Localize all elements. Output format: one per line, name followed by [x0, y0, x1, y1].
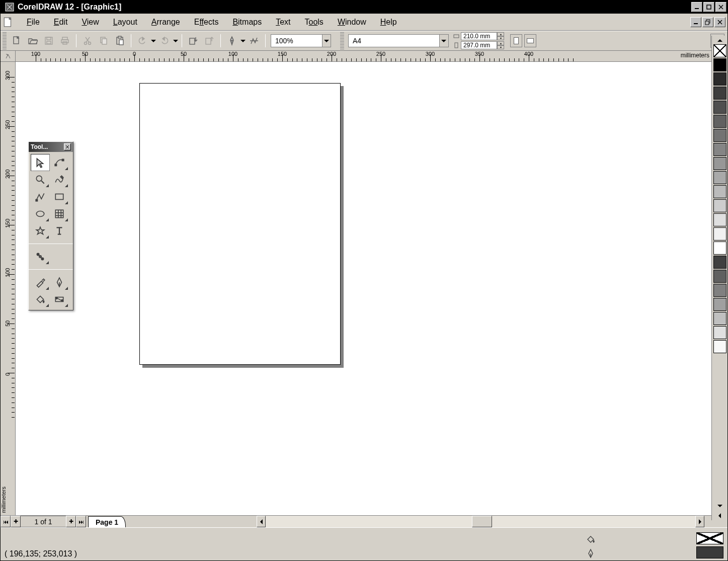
toolbox-titlebar[interactable]: Tool...	[29, 142, 73, 152]
add-page-before-button[interactable]: ✚	[11, 516, 21, 527]
undo-dropdown[interactable]	[150, 33, 156, 48]
minimize-button[interactable]	[691, 2, 702, 12]
menu-arrange[interactable]: Arrange	[144, 16, 187, 29]
menu-window[interactable]: Window	[331, 16, 373, 29]
rectangle-tool[interactable]	[50, 188, 69, 205]
paper-size-input[interactable]	[349, 35, 439, 47]
palette-scroll-up[interactable]	[713, 37, 726, 44]
color-swatch[interactable]	[713, 242, 726, 255]
save-button[interactable]	[41, 33, 56, 48]
outline-tool[interactable]	[50, 274, 69, 291]
menu-text[interactable]: Text	[269, 16, 297, 29]
paper-size-dropdown[interactable]	[439, 35, 448, 47]
menu-file[interactable]: File	[20, 16, 47, 29]
paper-size-combo[interactable]	[348, 34, 449, 47]
interactive-fill-tool[interactable]	[50, 291, 69, 308]
first-page-button[interactable]: ⏮	[1, 516, 11, 527]
color-swatch[interactable]	[713, 270, 726, 283]
palette-flyout-button[interactable]	[713, 511, 726, 520]
scroll-right-button[interactable]	[695, 516, 704, 527]
document-icon[interactable]	[3, 17, 14, 28]
interactive-blend-tool[interactable]	[31, 248, 50, 265]
undo-button[interactable]	[135, 33, 150, 48]
horizontal-ruler[interactable]: 10050050100150200250300350400 millimeter…	[16, 51, 711, 62]
graph-paper-tool[interactable]	[50, 205, 69, 222]
menu-tools[interactable]: Tools	[298, 16, 331, 29]
add-page-after-button[interactable]: ✚	[66, 516, 76, 527]
mdi-minimize-button[interactable]	[690, 17, 701, 27]
color-swatch[interactable]	[713, 256, 726, 269]
import-button[interactable]	[186, 33, 201, 48]
drawing-canvas[interactable]	[16, 62, 711, 515]
color-swatch[interactable]	[713, 199, 726, 212]
redo-button[interactable]	[157, 33, 172, 48]
hscroll-thumb[interactable]	[472, 516, 492, 527]
portrait-button[interactable]	[510, 34, 522, 47]
ellipse-tool[interactable]	[31, 205, 50, 222]
mdi-close-button[interactable]	[714, 17, 725, 27]
color-swatch[interactable]	[713, 284, 726, 297]
redo-dropdown[interactable]	[173, 33, 179, 48]
open-button[interactable]	[25, 33, 40, 48]
status-fill-swatch[interactable]	[696, 532, 723, 544]
color-swatch[interactable]	[713, 340, 726, 353]
color-swatch[interactable]	[713, 72, 726, 86]
pick-tool[interactable]	[31, 154, 50, 171]
maximize-button[interactable]	[703, 2, 714, 12]
height-spinner[interactable]: ▴▾	[497, 41, 504, 49]
drawing-page[interactable]	[139, 83, 341, 365]
app-launcher-button[interactable]	[224, 33, 239, 48]
color-swatch[interactable]	[713, 101, 726, 114]
zoom-dropdown[interactable]	[322, 35, 331, 47]
vertical-ruler[interactable]: 300250200150100500 millimeters	[1, 62, 16, 515]
print-button[interactable]	[57, 33, 72, 48]
hscroll-track[interactable]	[266, 516, 695, 527]
status-outline-swatch[interactable]	[696, 546, 723, 558]
color-swatch[interactable]	[713, 44, 726, 57]
color-swatch[interactable]	[713, 58, 726, 71]
landscape-button[interactable]	[524, 34, 536, 47]
basic-shapes-tool[interactable]	[31, 222, 50, 239]
toolbar-gripper[interactable]	[340, 32, 344, 49]
smart-drawing-tool[interactable]	[31, 188, 50, 205]
color-swatch[interactable]	[713, 298, 726, 311]
zoom-combo[interactable]	[271, 34, 331, 47]
color-swatch[interactable]	[713, 143, 726, 156]
color-swatch[interactable]	[713, 227, 726, 241]
color-swatch[interactable]	[713, 312, 726, 325]
color-swatch[interactable]	[713, 185, 726, 198]
menu-view[interactable]: View	[74, 16, 106, 29]
eyedropper-tool[interactable]	[31, 274, 50, 291]
color-swatch[interactable]	[713, 326, 726, 339]
close-button[interactable]	[715, 2, 726, 12]
scroll-left-button[interactable]	[257, 516, 266, 527]
width-spinner[interactable]: ▴▾	[497, 32, 504, 40]
menu-effects[interactable]: Effects	[187, 16, 226, 29]
paste-button[interactable]	[112, 33, 127, 48]
ruler-origin[interactable]	[1, 51, 16, 62]
toolbox-close-button[interactable]	[64, 143, 71, 150]
shape-tool[interactable]	[50, 154, 69, 171]
horizontal-scrollbar[interactable]	[257, 516, 704, 527]
copy-button[interactable]	[96, 33, 111, 48]
toolbox[interactable]: Tool...	[28, 141, 73, 310]
color-swatch[interactable]	[713, 87, 726, 100]
text-tool[interactable]	[50, 222, 69, 239]
cut-button[interactable]	[80, 33, 95, 48]
menu-bitmaps[interactable]: Bitmaps	[225, 16, 269, 29]
freehand-tool[interactable]	[50, 171, 69, 188]
menu-layout[interactable]: Layout	[106, 16, 144, 29]
page-tab[interactable]: Page 1	[88, 516, 126, 527]
toolbar-gripper[interactable]	[3, 32, 7, 49]
color-swatch[interactable]	[713, 213, 726, 226]
zoom-input[interactable]	[271, 35, 322, 47]
app-launcher-dropdown[interactable]	[240, 33, 246, 48]
menu-edit[interactable]: Edit	[47, 16, 75, 29]
fill-tool[interactable]	[31, 291, 50, 308]
corel-online-button[interactable]	[247, 33, 262, 48]
page-width-input[interactable]	[461, 32, 497, 40]
color-swatch[interactable]	[713, 157, 726, 170]
menu-help[interactable]: Help	[373, 16, 404, 29]
zoom-tool[interactable]	[31, 171, 50, 188]
page-height-input[interactable]	[461, 41, 497, 49]
